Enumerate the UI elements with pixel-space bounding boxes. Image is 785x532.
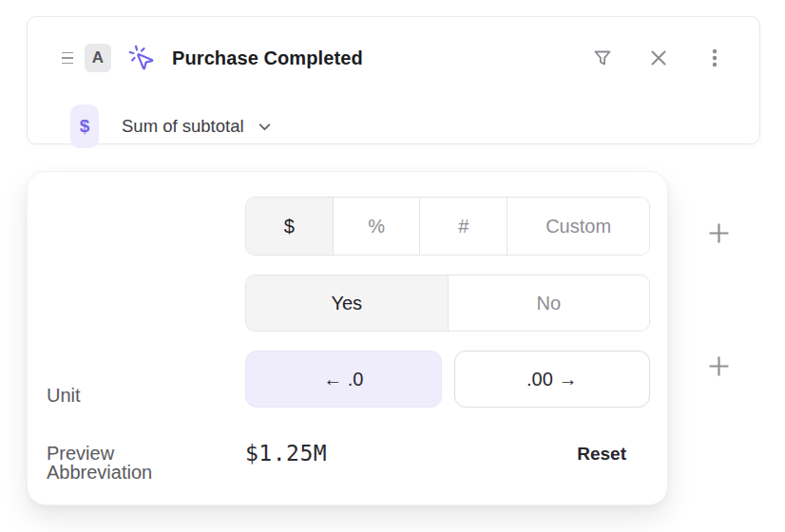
unit-segmented-control: $ % # Custom <box>245 197 650 256</box>
dollar-icon: $ <box>70 104 99 148</box>
reset-button[interactable]: Reset <box>577 444 626 465</box>
filter-icon[interactable] <box>590 46 615 70</box>
chevron-down-icon <box>257 119 273 135</box>
close-icon[interactable] <box>646 46 671 70</box>
decimals-control: ← .0 .00 → <box>245 351 650 408</box>
preview-label: Preview <box>47 443 114 465</box>
unit-option-custom[interactable]: Custom <box>507 198 649 255</box>
format-panel: Unit $ % # Custom Abbreviation Yes No De… <box>27 171 668 505</box>
add-icon-top[interactable] <box>707 221 730 244</box>
metric-label: Sum of subtotal <box>122 116 244 137</box>
decimals-increase-button[interactable]: .00 → <box>454 351 651 408</box>
abbreviation-option-yes[interactable]: Yes <box>246 276 449 331</box>
abbreviation-segmented-control: Yes No <box>245 275 650 332</box>
unit-label: Unit <box>47 385 81 407</box>
preview-value: $1.25M <box>245 441 327 466</box>
unit-option-number[interactable]: # <box>420 198 507 255</box>
event-card-header: A Purchase Completed <box>60 42 727 74</box>
click-event-icon <box>127 44 156 72</box>
decimals-decrease-button[interactable]: ← .0 <box>245 351 442 408</box>
drag-handle-icon[interactable] <box>60 48 75 68</box>
abbreviation-option-no[interactable]: No <box>449 276 650 331</box>
event-title[interactable]: Purchase Completed <box>172 48 363 69</box>
event-letter-badge[interactable]: A <box>85 44 111 72</box>
event-card: A Purchase Completed <box>27 16 760 144</box>
unit-option-dollar[interactable]: $ <box>246 198 334 255</box>
more-options-icon[interactable] <box>702 46 727 70</box>
abbreviation-label: Abbreviation <box>47 462 152 484</box>
add-icon-bottom[interactable] <box>707 354 730 377</box>
metric-dropdown[interactable]: $ Sum of subtotal <box>70 104 273 148</box>
event-card-actions <box>590 46 727 70</box>
unit-option-percent[interactable]: % <box>334 198 421 255</box>
